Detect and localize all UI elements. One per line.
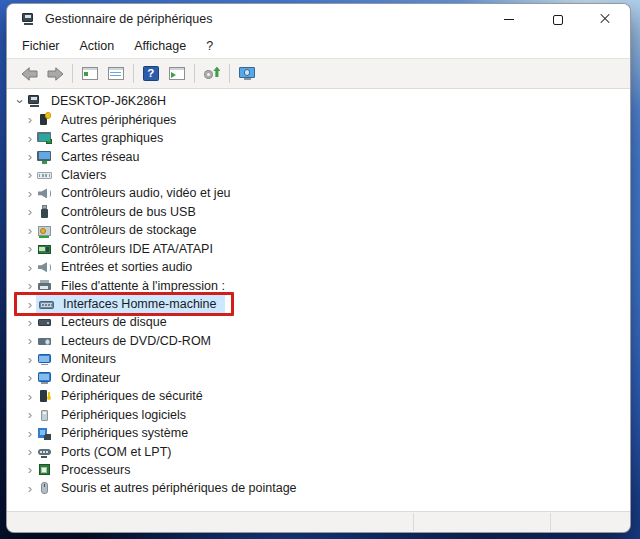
tree-item-files-attente-impression[interactable]: Files d'attente à l'impression : [7,276,630,294]
back-icon [21,66,38,82]
title-bar: Gestionnaire de périphériques [7,4,630,34]
chevron-right-icon[interactable] [24,313,36,331]
chevron-right-icon[interactable] [24,129,36,147]
chevron-right-icon[interactable] [24,442,36,460]
back-button[interactable] [17,62,41,85]
ports-icon [36,444,53,459]
tree-item-desktop[interactable]: DESKTOP-J6K286H [7,92,630,110]
chevron-right-icon[interactable] [24,369,36,387]
device-tree: DESKTOP-J6K286H Autres périphériques Car… [7,89,630,511]
tree-item-cartes-graphiques[interactable]: Cartes graphiques [7,129,630,147]
tree-item-ports-com-lpt[interactable]: Ports (COM et LPT) [7,442,630,460]
tree-item-label: Moniteurs [58,352,119,366]
computer-monitor-icon [36,370,53,385]
show-console-tree-button[interactable] [78,62,102,85]
hid-icon [38,296,55,311]
tree-item-label: Contrôleurs de bus USB [58,205,199,219]
show-action-pane-icon [168,66,186,82]
tree-item-peripheriques-logiciels[interactable]: Périphériques logiciels [7,405,630,423]
chevron-right-icon[interactable] [24,110,36,128]
window-title: Gestionnaire de périphériques [45,12,212,26]
tree-item-souris[interactable]: Souris et autres périphériques de pointa… [7,479,630,497]
tree-item-controleurs-stockage[interactable]: Contrôleurs de stockage [7,221,630,239]
audio-io-icon [36,260,53,275]
chevron-right-icon[interactable] [24,258,36,276]
chevron-right-icon[interactable] [24,479,36,497]
desktop-background: Gestionnaire de périphériques Fichier Ac… [0,0,640,539]
toolbar-separator [72,64,73,83]
menu-action[interactable]: Action [70,36,125,56]
tree-item-controleurs-ide[interactable]: Contrôleurs IDE ATA/ATAPI [7,240,630,258]
menu-affichage[interactable]: Affichage [124,36,196,56]
tree-item-cartes-reseau[interactable]: Cartes réseau [7,147,630,165]
usb-controller-icon [36,204,53,219]
tree-item-peripheriques-securite[interactable]: Périphériques de sécurité [7,387,630,405]
tree-item-moniteurs[interactable]: Moniteurs [7,350,630,368]
tree-item-label: Files d'attente à l'impression : [58,279,228,293]
tree-item-controleurs-audio-video-jeu[interactable]: Contrôleurs audio, vidéo et jeu [7,184,630,202]
close-icon[interactable] [598,12,612,26]
toolbar-separator [194,64,195,83]
chevron-right-icon[interactable] [24,276,36,294]
chevron-right-icon[interactable] [24,295,36,313]
help-button[interactable] [139,62,163,85]
devices-display-button[interactable] [235,62,259,85]
tree-item-lecteurs-dvd[interactable]: Lecteurs de DVD/CD-ROM [7,332,630,350]
forward-button[interactable] [43,62,67,85]
storage-controller-icon [36,223,53,238]
tree-item-autres-peripheriques[interactable]: Autres périphériques [7,110,630,128]
tree-item-lecteurs-disque[interactable]: Lecteurs de disque [7,313,630,331]
show-action-pane-button[interactable] [165,62,189,85]
scan-hardware-changes-button[interactable] [200,62,224,85]
tree-item-label: Cartes réseau [58,150,143,164]
security-device-icon [36,389,53,404]
minimize-icon[interactable] [502,12,516,26]
toolbar [7,58,630,89]
tree-item-label: Lecteurs de DVD/CD-ROM [58,334,214,348]
tree-item-label: Périphériques de sécurité [58,389,206,403]
chevron-right-icon[interactable] [24,240,36,258]
tree-item-label: DESKTOP-J6K286H [48,94,169,108]
menu-fichier[interactable]: Fichier [12,36,70,56]
tree-item-peripheriques-systeme[interactable]: Périphériques système [7,424,630,442]
tree-item-processeurs[interactable]: Processeurs [7,461,630,479]
chevron-right-icon[interactable] [24,350,36,368]
chevron-right-icon[interactable] [24,461,36,479]
devices-display-icon [238,66,256,82]
tree-item-label: Lecteurs de disque [58,315,170,329]
chevron-right-icon[interactable] [24,424,36,442]
display-adapter-icon [36,131,53,146]
chevron-right-icon[interactable] [24,332,36,350]
chevron-right-icon[interactable] [24,184,36,202]
menu-help[interactable]: ? [196,36,223,56]
tree-item-label: Interfaces Homme-machine [60,297,220,311]
processor-icon [36,462,53,477]
mouse-icon [36,481,53,496]
software-device-icon [36,407,53,422]
tree-item-entrees-sorties-audio[interactable]: Entrées et sorties audio [7,258,630,276]
maximize-icon[interactable] [550,12,564,26]
network-adapter-icon [36,149,53,164]
tree-item-claviers[interactable]: Claviers [7,166,630,184]
ide-controller-icon [36,241,53,256]
chevron-right-icon[interactable] [24,203,36,221]
help-icon [142,66,160,82]
tree-item-label: Ordinateur [58,371,123,385]
chevron-right-icon[interactable] [24,387,36,405]
toolbar-separator [229,64,230,83]
tree-item-label: Autres périphériques [58,113,179,127]
unknown-device-icon [36,112,53,127]
tree-item-label: Processeurs [58,463,133,477]
tree-item-ordinateur[interactable]: Ordinateur [7,369,630,387]
dvd-drive-icon [36,333,53,348]
tree-item-label: Contrôleurs audio, vidéo et jeu [58,186,234,200]
device-manager-icon [20,12,37,27]
chevron-right-icon[interactable] [24,405,36,423]
chevron-down-icon[interactable] [14,92,26,110]
chevron-right-icon[interactable] [24,221,36,239]
chevron-right-icon[interactable] [24,147,36,165]
properties-button[interactable] [104,62,128,85]
tree-item-controleurs-bus-usb[interactable]: Contrôleurs de bus USB [7,203,630,221]
tree-item-interfaces-homme-machine[interactable]: Interfaces Homme-machine [7,295,630,313]
chevron-right-icon[interactable] [24,166,36,184]
